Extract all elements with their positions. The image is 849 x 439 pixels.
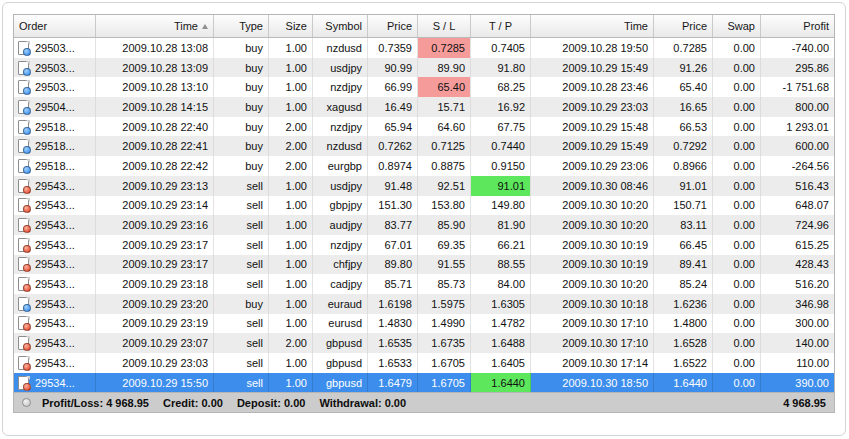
order-cell: 29503... — [14, 38, 96, 58]
sl-cell: 1.4990 — [418, 314, 471, 334]
open_price-cell: 66.99 — [368, 77, 418, 97]
trade-history-row[interactable]: 29534...2009.10.29 15:50sell1.00gbpusd1.… — [14, 373, 834, 393]
sl-cell: 15.71 — [418, 97, 471, 117]
close_time-cell: 2009.10.29 15:48 — [531, 117, 654, 137]
trade-history-row[interactable]: 29543...2009.10.29 23:20buy1.00euraud1.6… — [14, 294, 834, 314]
close_price-cell: 85.24 — [654, 274, 713, 294]
sell-order-icon — [18, 198, 29, 212]
open_time-cell: 2009.10.28 22:41 — [96, 136, 214, 156]
open_price-cell: 90.99 — [368, 58, 418, 78]
tp-cell: 68.25 — [471, 77, 531, 97]
column-header-order[interactable]: Order — [14, 15, 96, 37]
open_price-cell: 1.6198 — [368, 294, 418, 314]
size-cell: 2.00 — [269, 156, 313, 176]
order-number: 29518... — [35, 160, 75, 172]
swap-cell: 0.00 — [713, 353, 761, 373]
symbol-cell: nzdjpy — [313, 235, 368, 255]
symbol-cell: cadjpy — [313, 274, 368, 294]
tp-cell: 0.7440 — [471, 136, 531, 156]
open_price-cell: 67.01 — [368, 235, 418, 255]
close_time-cell: 2009.10.30 17:14 — [531, 353, 654, 373]
column-header-symbol[interactable]: Symbol — [313, 15, 368, 37]
close_price-cell: 1.6440 — [654, 373, 713, 393]
size-cell: 1.00 — [269, 196, 313, 216]
column-header-profit[interactable]: Profit — [761, 15, 834, 37]
trade-history-row[interactable]: 29503...2009.10.28 13:08buy1.00nzdusd0.7… — [14, 38, 834, 58]
column-header-tp[interactable]: T / P — [471, 15, 531, 37]
trade-history-row[interactable]: 29503...2009.10.28 13:09buy1.00usdjpy90.… — [14, 58, 834, 78]
tp-cell: 1.4782 — [471, 314, 531, 334]
close_price-cell: 150.71 — [654, 196, 713, 216]
open_price-cell: 0.8974 — [368, 156, 418, 176]
tp-cell: 66.21 — [471, 235, 531, 255]
profit-cell: 648.07 — [761, 196, 834, 216]
table-header-row: OrderTimeTypeSizeSymbolPriceS / LT / PTi… — [14, 15, 834, 38]
account-history-panel: OrderTimeTypeSizeSymbolPriceS / LT / PTi… — [2, 2, 846, 436]
order-cell: 29518... — [14, 117, 96, 137]
sl-cell: 92.51 — [418, 176, 471, 196]
swap-cell: 0.00 — [713, 136, 761, 156]
trade-history-row[interactable]: 29543...2009.10.29 23:13sell1.00usdjpy91… — [14, 176, 834, 196]
type-cell: sell — [214, 196, 269, 216]
column-header-type[interactable]: Type — [214, 15, 269, 37]
order-number: 29518... — [35, 121, 75, 133]
trade-history-row[interactable]: 29543...2009.10.29 23:14sell1.00gbpjpy15… — [14, 196, 834, 216]
trade-history-row[interactable]: 29518...2009.10.28 22:41buy2.00nzdusd0.7… — [14, 136, 834, 156]
trade-history-row[interactable]: 29543...2009.10.29 23:16sell1.00audjpy83… — [14, 215, 834, 235]
sl-cell: 0.7125 — [418, 136, 471, 156]
profit-cell: 346.98 — [761, 294, 834, 314]
trade-history-row[interactable]: 29518...2009.10.28 22:40buy2.00nzdjpy65.… — [14, 117, 834, 137]
close_time-cell: 2009.10.28 19:50 — [531, 38, 654, 58]
close_price-cell: 1.4800 — [654, 314, 713, 334]
profit-cell: 295.86 — [761, 58, 834, 78]
column-header-open_time[interactable]: Time — [96, 15, 214, 37]
sl-cell: 0.7285 — [418, 38, 471, 58]
close_time-cell: 2009.10.30 10:19 — [531, 255, 654, 275]
open_price-cell: 1.6533 — [368, 353, 418, 373]
close_time-cell: 2009.10.28 23:46 — [531, 77, 654, 97]
profit-cell: 615.25 — [761, 235, 834, 255]
column-header-sl[interactable]: S / L — [418, 15, 471, 37]
trade-history-row[interactable]: 29543...2009.10.29 23:03sell1.00gbpusd1.… — [14, 353, 834, 373]
tp-cell: 81.90 — [471, 215, 531, 235]
column-header-close_price[interactable]: Price — [654, 15, 713, 37]
column-header-label: Profit — [803, 20, 829, 32]
open_time-cell: 2009.10.29 23:03 — [96, 353, 214, 373]
trade-history-row[interactable]: 29543...2009.10.29 23:17sell1.00chfjpy89… — [14, 255, 834, 275]
profit-cell: 140.00 — [761, 333, 834, 353]
order-cell: 29543... — [14, 353, 96, 373]
column-header-label: S / L — [433, 20, 456, 32]
trade-history-row[interactable]: 29543...2009.10.29 23:18sell1.00cadjpy85… — [14, 274, 834, 294]
open_time-cell: 2009.10.28 13:08 — [96, 38, 214, 58]
column-header-label: Symbol — [325, 20, 362, 32]
close_time-cell: 2009.10.30 10:18 — [531, 294, 654, 314]
column-header-swap[interactable]: Swap — [713, 15, 761, 37]
trade-history-row[interactable]: 29543...2009.10.29 23:19sell1.00eurusd1.… — [14, 314, 834, 334]
order-cell: 29543... — [14, 176, 96, 196]
status-circle-icon — [22, 398, 31, 407]
type-cell: sell — [214, 235, 269, 255]
trade-history-row[interactable]: 29503...2009.10.28 13:10buy1.00nzdjpy66.… — [14, 77, 834, 97]
trade-history-row[interactable]: 29518...2009.10.28 22:42buy2.00eurgbp0.8… — [14, 156, 834, 176]
open_time-cell: 2009.10.28 13:09 — [96, 58, 214, 78]
column-header-label: Size — [286, 20, 307, 32]
close_price-cell: 16.65 — [654, 97, 713, 117]
sort-ascending-icon — [202, 24, 208, 29]
tp-cell: 149.80 — [471, 196, 531, 216]
trade-history-row[interactable]: 29504...2009.10.28 14:15buy1.00xagusd16.… — [14, 97, 834, 117]
sl-cell: 91.55 — [418, 255, 471, 275]
close_time-cell: 2009.10.30 17:10 — [531, 333, 654, 353]
open_price-cell: 16.49 — [368, 97, 418, 117]
trade-history-row[interactable]: 29543...2009.10.29 23:17sell1.00nzdjpy67… — [14, 235, 834, 255]
close_time-cell: 2009.10.30 10:19 — [531, 235, 654, 255]
column-header-close_time[interactable]: Time — [531, 15, 654, 37]
symbol-cell: gbpusd — [313, 353, 368, 373]
summary-item: Withdrawal: 0.00 — [319, 397, 406, 409]
swap-cell: 0.00 — [713, 294, 761, 314]
type-cell: buy — [214, 136, 269, 156]
column-header-size[interactable]: Size — [269, 15, 313, 37]
summary-item: Credit: 0.00 — [163, 397, 223, 409]
close_price-cell: 91.01 — [654, 176, 713, 196]
column-header-open_price[interactable]: Price — [368, 15, 418, 37]
trade-history-row[interactable]: 29543...2009.10.29 23:07sell2.00gbpusd1.… — [14, 333, 834, 353]
